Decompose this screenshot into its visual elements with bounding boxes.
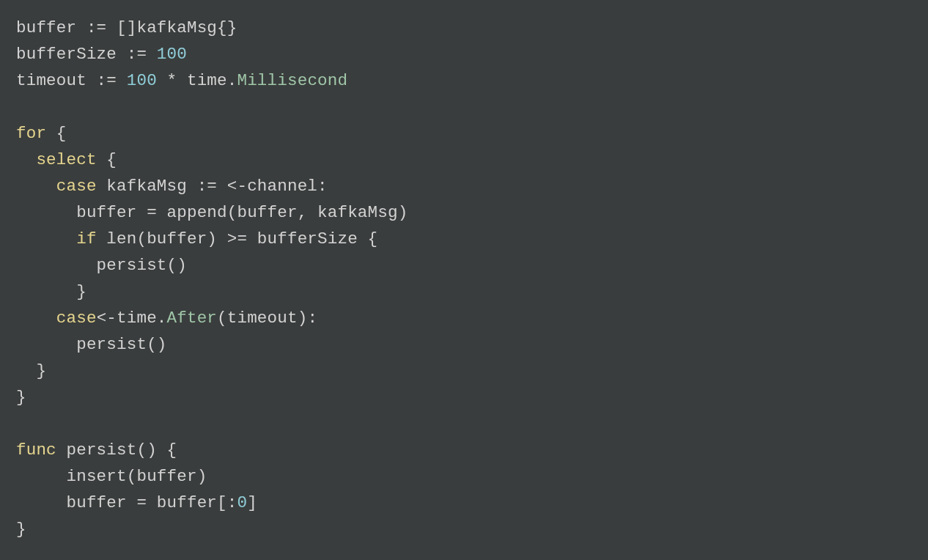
code-token: insert(buffer)	[16, 467, 207, 486]
code-line: }	[16, 282, 86, 301]
code-line: case kafkaMsg := <-channel:	[16, 177, 328, 196]
code-line: case<-time.After(timeout):	[16, 309, 317, 328]
code-line: func persist() {	[16, 441, 177, 460]
code-token: for	[16, 124, 46, 143]
code-token: 100	[127, 71, 157, 90]
code-line: persist()	[16, 256, 187, 275]
code-token: {	[97, 150, 117, 169]
code-token: After	[167, 309, 218, 328]
code-token: }	[16, 388, 26, 407]
code-token: persist()	[16, 335, 167, 354]
code-line: timeout := 100 * time.Millisecond	[16, 71, 347, 90]
code-token: buffer = append(buffer, kafkaMsg)	[16, 203, 408, 222]
code-token	[16, 150, 36, 169]
code-token: func	[16, 441, 56, 460]
code-line: for {	[16, 124, 67, 143]
code-token: }	[16, 361, 46, 380]
code-token: {	[46, 124, 66, 143]
code-token: persist() {	[56, 441, 177, 460]
code-token: Millisecond	[237, 71, 347, 90]
code-token: ]	[247, 493, 257, 512]
code-token: timeout :=	[16, 71, 127, 90]
code-token: }	[16, 282, 86, 301]
code-token: kafkaMsg := <-channel:	[97, 177, 328, 196]
code-token: (timeout):	[217, 309, 317, 328]
code-line: insert(buffer)	[16, 467, 207, 486]
code-line: }	[16, 361, 46, 380]
code-token: <-time.	[97, 309, 167, 328]
code-line: select {	[16, 150, 117, 169]
code-line: buffer = buffer[:0]	[16, 493, 257, 512]
code-token: if	[76, 229, 96, 248]
code-token: persist()	[16, 256, 187, 275]
code-token	[16, 229, 76, 248]
code-token: len(buffer) >= bufferSize {	[97, 229, 378, 248]
code-line: bufferSize := 100	[16, 45, 187, 64]
code-token: * time.	[157, 71, 237, 90]
code-token: buffer = buffer[:	[16, 493, 237, 512]
code-line: persist()	[16, 335, 167, 354]
code-line: if len(buffer) >= bufferSize {	[16, 229, 378, 248]
code-token: }	[16, 520, 26, 539]
code-line: }	[16, 520, 26, 539]
code-token: buffer := []kafkaMsg{}	[16, 18, 237, 37]
code-token: 100	[157, 45, 187, 64]
code-token	[16, 177, 56, 196]
code-token	[16, 309, 56, 328]
code-token: bufferSize :=	[16, 45, 157, 64]
code-token: case	[56, 177, 97, 196]
code-token: case	[56, 309, 97, 328]
code-token: select	[36, 150, 96, 169]
code-line: buffer = append(buffer, kafkaMsg)	[16, 203, 408, 222]
code-line: buffer := []kafkaMsg{}	[16, 18, 237, 37]
code-block: buffer := []kafkaMsg{} bufferSize := 100…	[0, 0, 928, 557]
code-token: 0	[237, 493, 247, 512]
code-line: }	[16, 388, 26, 407]
